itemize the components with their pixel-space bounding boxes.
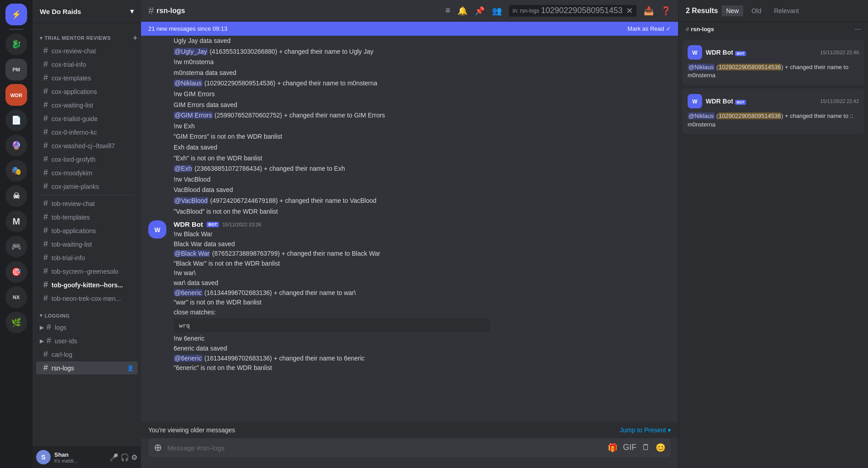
gif-icon[interactable]: GIF: [623, 443, 637, 453]
server-icon-game[interactable]: 🎮: [5, 236, 27, 257]
channel-name: tob-waiting-list: [52, 241, 92, 248]
channel-cox-lord-grofyth[interactable]: # cox-lord-grofyth: [36, 153, 137, 166]
message-group: W WDR Bot BOT 15/11/2022 23:26 !rw Black…: [141, 217, 678, 377]
tab-old[interactable]: Old: [747, 5, 766, 16]
channel-list: ▾ TRIAL MENTOR REVIEWS + # cox-review-ch…: [33, 23, 141, 446]
hash-icon: #: [47, 336, 51, 346]
server-icon-pm[interactable]: 📄: [5, 109, 27, 131]
message-text: war\ data saved: [174, 279, 671, 288]
deafen-icon[interactable]: 🎧: [120, 453, 129, 462]
channel-tob-review-chat[interactable]: # tob-review-chat: [36, 197, 137, 210]
search-panel-header: 2 Results New Old Relevant: [679, 0, 868, 22]
hash-icon: #: [686, 26, 689, 33]
sticker-icon[interactable]: 🗒: [642, 443, 650, 453]
emoji-icon[interactable]: 😊: [656, 443, 665, 453]
search-clear-icon[interactable]: ✕: [626, 6, 633, 16]
channel-cox-waiting-list[interactable]: # cox-waiting-list: [36, 98, 137, 112]
members-icon[interactable]: 👥: [492, 6, 502, 16]
channel-tob-neon[interactable]: # tob-neon-trek-cox-men...: [36, 292, 137, 305]
channel-cox-review-chat[interactable]: # cox-review-chat: [36, 44, 137, 57]
channel-cox-trial-info[interactable]: # cox-trial-info: [36, 58, 137, 71]
server-icon-target[interactable]: 🎯: [5, 261, 27, 283]
tab-relevant[interactable]: Relevant: [769, 5, 803, 16]
message-line: "GIM Errors" is not on the WDR banlist: [141, 131, 678, 142]
search-bar[interactable]: in: rsn-logs 102902290580951453 ✕: [509, 5, 637, 17]
pin-icon[interactable]: 📌: [475, 6, 485, 16]
channel-cox-templates[interactable]: # cox-templates: [36, 71, 137, 84]
message-line: @VacBlood (497242067244679188) + changed…: [141, 196, 678, 206]
channel-tob-trial-info[interactable]: # tob-trial-info: [36, 251, 137, 264]
hash-icon: #: [43, 350, 48, 359]
channel-title: rsn-logs: [156, 7, 185, 15]
channel-tob-applications[interactable]: # tob-applications: [36, 224, 137, 237]
inbox-icon[interactable]: 📥: [644, 6, 654, 16]
channel-menu-icon: ⋯: [855, 26, 861, 33]
message-line: GIM Errors data saved: [141, 100, 678, 111]
server-icon-purple[interactable]: 🔮: [5, 135, 27, 156]
new-messages-text: 21 new messages since 09:13: [148, 25, 227, 32]
message-line: !rw GIM Errors: [141, 89, 678, 100]
tab-new[interactable]: New: [722, 5, 743, 16]
mention: @VacBlood: [174, 197, 208, 204]
channel-user-ids[interactable]: ▶ # user-ids: [36, 334, 137, 347]
channel-carl-log[interactable]: # carl-log: [36, 348, 137, 361]
message-line: "VacBlood" is not on the WDR banlist: [141, 206, 678, 217]
hash-icon: #: [43, 294, 48, 303]
server-icon-paper[interactable]: PM: [5, 59, 27, 80]
bot-avatar: W: [148, 220, 166, 239]
message-line: !rw Exh: [141, 121, 678, 132]
gift-icon[interactable]: 🎁: [608, 443, 618, 453]
channel-rsn-logs[interactable]: # rsn-logs 👤: [36, 361, 137, 374]
server-icon-plant[interactable]: 🌿: [5, 312, 27, 333]
message-line: m0nsterna data saved: [141, 68, 678, 79]
server-icon-theater[interactable]: 🎭: [5, 160, 27, 182]
category-add-icon[interactable]: +: [133, 34, 137, 42]
user-controls: 🎤 🎧 ⚙: [109, 453, 137, 462]
mention: @Ugly_Jay: [174, 48, 208, 55]
channel-name: cox-review-chat: [52, 47, 96, 55]
message-line: !rw m0nsterna: [141, 57, 678, 68]
channel-cox-jamie[interactable]: # cox-jamie-planks: [36, 180, 137, 193]
channel-logs[interactable]: ▶ # logs: [36, 321, 137, 334]
channel-name: tob-templates: [52, 214, 90, 221]
channel-hash-icon: #: [148, 5, 154, 17]
message-input[interactable]: [167, 439, 602, 457]
mute-icon[interactable]: 🎤: [109, 453, 118, 462]
server-icon-dragon[interactable]: 🐉: [5, 33, 27, 55]
server-header[interactable]: We Do Raids ▾: [33, 0, 141, 23]
channel-cox-applications[interactable]: # cox-applications: [36, 85, 137, 98]
channel-cox-moodykim[interactable]: # cox-moodykim: [36, 166, 137, 179]
channel-cox-trialist-guide[interactable]: # cox-trialist-guide: [36, 112, 137, 125]
jump-to-present-button[interactable]: Jump to Present ▾: [620, 426, 671, 434]
channel-tob-templates[interactable]: # tob-templates: [36, 211, 137, 224]
channel-tob-waiting-list[interactable]: # tob-waiting-list: [36, 238, 137, 251]
result-avatar: W: [688, 94, 702, 108]
member-icon: 👤: [127, 365, 134, 371]
server-icon-nx[interactable]: NX: [5, 286, 27, 308]
server-icon-m[interactable]: M: [5, 211, 27, 232]
channel-name: cox-0-inferno-kc: [52, 129, 97, 136]
channel-cox-washed[interactable]: # cox-washed-cj--ltswill7: [36, 139, 137, 152]
settings-icon[interactable]: ⚙: [131, 453, 137, 462]
user-status: it's maldi...: [54, 458, 106, 463]
channel-cox-0-inferno-kc[interactable]: # cox-0-inferno-kc: [36, 126, 137, 139]
message-text: "6eneric" is not on the WDR banlist: [174, 364, 671, 373]
category-label: TRIAL MENTOR REVIEWS: [45, 35, 111, 41]
add-attachment-button[interactable]: ⊕: [154, 438, 162, 457]
hash-icon: #: [43, 253, 48, 262]
mark-as-read-button[interactable]: Mark as Read ✓: [627, 25, 671, 32]
threads-icon[interactable]: ≡: [446, 6, 451, 15]
help-icon[interactable]: ❓: [661, 6, 671, 16]
channel-tob-sycrem[interactable]: # tob-sycrem--greenesolo: [36, 265, 137, 278]
server-icon-skull[interactable]: ☠: [5, 185, 27, 207]
channel-tob-goofy[interactable]: # tob-goofy-kitten--hors...: [36, 278, 137, 291]
channel-name: cox-trial-info: [52, 61, 86, 68]
discord-home-icon[interactable]: ⚡: [5, 4, 27, 25]
category-logging[interactable]: ▾ LOGGING: [33, 305, 141, 320]
message-line: "Exh" is not on the WDR banlist: [141, 153, 678, 164]
notification-icon[interactable]: 🔔: [458, 6, 467, 16]
server-icon-wdr[interactable]: WDR: [5, 84, 27, 106]
category-trial-mentor-reviews[interactable]: ▾ TRIAL MENTOR REVIEWS +: [33, 27, 141, 44]
message-line: Exh data saved: [141, 142, 678, 153]
category-chevron-icon: ▾: [40, 313, 43, 318]
